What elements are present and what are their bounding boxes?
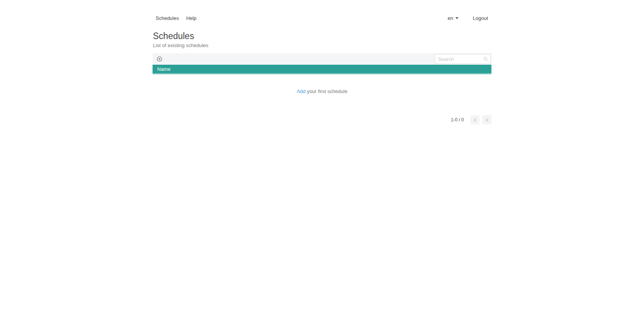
search-icon <box>483 57 488 61</box>
chevron-left-icon <box>473 118 477 122</box>
logout-button[interactable]: Logout <box>473 15 488 21</box>
nav-item-schedules[interactable]: Schedules <box>156 15 179 21</box>
search-input[interactable] <box>435 54 491 64</box>
nav-item-help[interactable]: Help <box>186 15 197 21</box>
empty-state-text: your first schedule <box>306 88 347 94</box>
pagination-next-button[interactable] <box>482 115 491 124</box>
schedules-grid: Name Add your first schedule <box>153 53 491 95</box>
chevron-right-icon <box>485 118 489 122</box>
page-title: Schedules <box>153 31 491 41</box>
plus-circle-icon <box>157 56 162 62</box>
add-schedule-button[interactable] <box>156 56 163 62</box>
top-navigation: Schedules Help en Logout <box>153 0 491 21</box>
grid-header-row: Name <box>153 65 491 74</box>
search-field-wrapper <box>435 54 491 64</box>
page-subtitle: List of existing schedules <box>153 43 491 49</box>
pagination-range-label: 1-0 / 0 <box>451 117 464 123</box>
grid-toolbar <box>153 53 491 65</box>
empty-state: Add your first schedule <box>153 88 491 95</box>
caret-down-icon <box>455 17 458 19</box>
pagination: 1-0 / 0 <box>153 115 491 124</box>
language-label: en <box>448 15 453 21</box>
nav-right-group: en Logout <box>448 15 491 21</box>
language-selector[interactable]: en <box>448 15 458 21</box>
pagination-prev-button[interactable] <box>470 115 480 124</box>
column-header-name[interactable]: Name <box>157 66 171 72</box>
add-first-schedule-link[interactable]: Add <box>297 88 306 94</box>
nav-left-group: Schedules Help <box>153 15 204 21</box>
main-container: Schedules Help en Logout Schedules List … <box>153 0 491 124</box>
